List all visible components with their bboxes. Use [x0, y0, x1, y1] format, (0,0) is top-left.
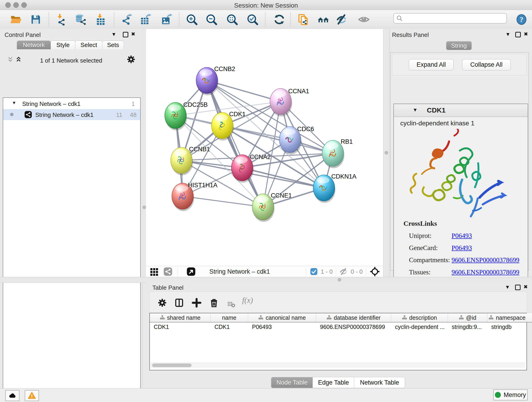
cell-description: cyclin-dependent ...	[391, 322, 448, 331]
network-collection-row[interactable]: ▼ String Network – cdk1 1	[3, 98, 140, 109]
share-view-icon[interactable]	[163, 267, 172, 276]
cell-shared-name: CDK1	[150, 322, 210, 331]
gene-card-expander-icon[interactable]: ▼	[413, 107, 418, 113]
column-header-description[interactable]: description	[391, 313, 448, 322]
table-row[interactable]: CDK1 CDK1 P06493 9606.ENSP00000378699 cy…	[150, 322, 532, 331]
open-session-button[interactable]	[9, 13, 22, 26]
gene-card-header[interactable]: ▼ CDK1	[394, 104, 528, 117]
tab-string[interactable]: String	[446, 41, 472, 50]
show-all-networks-button[interactable]	[317, 13, 330, 26]
cell-canonical-name: P06493	[248, 322, 316, 331]
delete-table-icon	[227, 300, 235, 308]
delete-table-button-disabled[interactable]	[227, 300, 235, 309]
tab-style[interactable]: Style	[51, 41, 75, 49]
network-selected-status: 1 of 1 Network selected	[0, 57, 142, 64]
column-header-shared-name[interactable]: shared name	[150, 313, 210, 322]
export-image-button[interactable]	[160, 13, 173, 26]
memory-status-dot	[495, 392, 501, 398]
import-network-from-database-button[interactable]	[74, 13, 87, 26]
zoom-out-button[interactable]	[205, 13, 218, 26]
column-header-id[interactable]: @id	[448, 313, 487, 322]
crosslink-genecard-link[interactable]: P06493	[452, 244, 472, 252]
import-table-button[interactable]	[94, 13, 107, 26]
crosslink-compartments-link[interactable]: 9606.ENSP00000378699	[452, 256, 519, 264]
cell-name: CDK1	[210, 322, 248, 331]
zoom-selected-button[interactable]	[246, 13, 259, 26]
vertical-splitter-left[interactable]	[142, 29, 146, 277]
node-label-CDC6: CDC6	[297, 126, 314, 133]
collapse-all-button[interactable]: Collapse All	[462, 59, 511, 70]
tab-edge-table[interactable]: Edge Table	[312, 377, 355, 388]
table-panel-maximize-button[interactable]	[515, 285, 520, 290]
column-header-database-identifier[interactable]: database identifier	[316, 313, 391, 322]
tab-network-table[interactable]: Network Table	[354, 377, 405, 388]
control-panel-maximize-button[interactable]	[123, 32, 128, 37]
scrollbar-thumb[interactable]	[152, 364, 191, 367]
node-label-CDKN1A: CDKN1A	[331, 173, 356, 180]
network-view[interactable]: CCNB2CCNA1CDC25BCDK1CDC6RB1CCNB1CCNA2CDK…	[146, 29, 383, 277]
table-panel-close-button[interactable]: ✖	[524, 284, 528, 290]
column-header-namespace[interactable]: namespace	[487, 313, 527, 322]
export-table-button[interactable]	[139, 13, 152, 26]
copy-documents-icon	[298, 13, 309, 26]
duplicate-network-button[interactable]	[297, 13, 310, 26]
tab-node-table[interactable]: Node Table	[271, 377, 313, 388]
tab-select[interactable]: Select	[75, 41, 102, 49]
hide-selected-button[interactable]	[335, 13, 348, 26]
show-hidden-button[interactable]	[357, 13, 370, 26]
flow-icon	[326, 315, 331, 320]
column-header-canonical-name[interactable]: canonical name	[248, 313, 316, 322]
crosslink-tissues-link[interactable]: 9606.ENSP00000378699	[452, 268, 519, 276]
memory-button[interactable]: Memory	[493, 389, 528, 400]
edge-CCNE1-HIST1H1A[interactable]	[183, 196, 263, 207]
table-panel-float-button[interactable]: ▼	[505, 284, 510, 290]
selected-checkbox[interactable]	[310, 268, 317, 275]
collection-expander-icon[interactable]: ▼	[12, 100, 16, 105]
birdseye-icon[interactable]	[370, 267, 380, 277]
function-builder-button-disabled[interactable]: f(x)	[242, 296, 253, 305]
cloud-status-button[interactable]	[5, 390, 19, 401]
tab-network[interactable]: Network	[17, 41, 51, 49]
splitter-handle-icon[interactable]	[385, 151, 388, 154]
expand-all-button[interactable]: Expand All	[409, 59, 454, 70]
warnings-button[interactable]	[25, 390, 39, 401]
results-panel-float-button[interactable]: ▼	[505, 32, 510, 37]
horizontal-splitter[interactable]	[0, 277, 532, 283]
export-network-button[interactable]	[120, 13, 133, 26]
control-panel-close-button[interactable]: ✖	[131, 31, 135, 37]
control-panel-float-button[interactable]: ▼	[111, 32, 116, 37]
splitter-handle-icon[interactable]	[338, 278, 341, 281]
search-input[interactable]	[393, 13, 507, 24]
grid-view-icon[interactable]	[150, 267, 159, 276]
table-options-button[interactable]	[157, 298, 167, 308]
column-label: shared name	[167, 314, 201, 321]
crosslink-uniprot-link[interactable]: P06493	[452, 232, 472, 240]
zoom-in-button[interactable]	[185, 13, 198, 26]
column-label: description	[409, 314, 437, 321]
network-panel-options-button[interactable]	[127, 55, 136, 65]
tab-sets[interactable]: Sets	[102, 41, 124, 49]
table-horizontal-scrollbar[interactable]	[150, 363, 525, 368]
help-button[interactable]: ?	[515, 13, 528, 26]
collapse-all-label: Collapse All	[470, 61, 502, 68]
network-row-selected[interactable]: String Network – cdk1 11 48	[3, 109, 140, 120]
control-panel-title: Control Panel	[5, 32, 41, 38]
results-panel-maximize-button[interactable]	[515, 32, 521, 37]
delete-column-button[interactable]	[209, 298, 219, 308]
column-header-name[interactable]: name	[210, 313, 248, 322]
refresh-button[interactable]	[273, 13, 286, 26]
create-column-button[interactable]	[192, 298, 201, 308]
save-session-button[interactable]	[29, 13, 42, 26]
results-panel-close-button[interactable]: ✖	[524, 31, 528, 37]
hidden-eye-icon	[339, 268, 348, 276]
node-label-CDC25B: CDC25B	[183, 101, 208, 108]
open-in-window-icon[interactable]	[186, 267, 196, 276]
import-table-icon	[95, 13, 107, 26]
splitter-handle-icon[interactable]	[143, 206, 146, 209]
zoom-fit-button[interactable]	[226, 13, 239, 26]
import-network-button[interactable]	[54, 13, 67, 26]
flow-icon	[402, 315, 407, 320]
flow-icon	[459, 315, 464, 320]
network-canvas[interactable]: CCNB2CCNA1CDC25BCDK1CDC6RB1CCNB1CCNA2CDK…	[146, 29, 383, 266]
show-columns-button[interactable]	[174, 298, 184, 308]
